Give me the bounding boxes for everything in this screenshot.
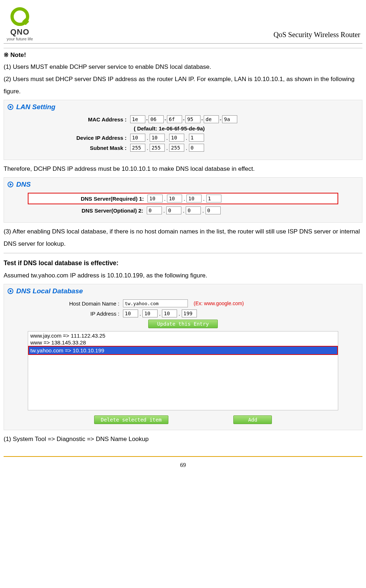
update-entry-button[interactable]: Update this Entry [148,320,218,328]
dns-req-2[interactable] [186,195,202,202]
mask-0[interactable] [130,144,145,152]
chevron-right-icon [8,182,13,187]
mac-label: MAC Address : [8,116,130,122]
paragraph-3: Therefore, DCHP DNS IP address must be 1… [4,163,362,175]
entries-listbox[interactable]: www.jay.com => 111.122.43.25 www => 138.… [28,331,338,410]
list-item-selected[interactable]: tw.yahoo.com => 10.10.10.199 [28,346,338,355]
logo: QNO your future life [4,7,36,41]
dns-panel: DNS DNS Server(Required) 1: . . . DNS Se… [4,177,362,223]
dns-opt-label: DNS Server(Optional) 2: [28,208,147,214]
mac-5[interactable] [222,115,237,123]
host-label: Host Domain Name : [8,300,123,307]
page-number: 69 [180,462,186,468]
delete-button[interactable]: Delete selected item [94,415,169,424]
paragraph-6: (1) System Tool => Diagnostic => DNS Nam… [4,433,362,445]
mac-4[interactable] [204,115,219,123]
device-ip-label: Device IP Address : [8,135,130,141]
paragraph-2: (2) Users must set DHCP server DNS IP ad… [4,73,362,98]
ip-row: IP Address : . . . [8,309,358,317]
test-heading: Test if DNS local database is effective: [4,257,362,270]
lan-title-text: LAN Setting [16,103,56,111]
dns-opt-2[interactable] [186,206,201,214]
logo-q-icon [10,7,29,26]
db-ip-0[interactable] [123,309,138,317]
device-ip-row: Device IP Address : . . . [8,134,358,142]
separator [4,48,362,48]
ip-1[interactable] [150,134,165,142]
mac-3[interactable] [185,115,200,123]
paragraph-5: Assumed tw.yahoo.com IP address is 10.10… [4,270,362,282]
db-ip-3[interactable] [182,309,197,317]
dns-req-0[interactable] [147,195,163,202]
subnet-label: Subnet Mask : [8,145,130,151]
lan-panel: LAN Setting MAC Address : - - - - - ( De… [4,100,362,160]
mask-1[interactable] [150,144,165,152]
mac-1[interactable] [149,115,164,123]
dns-db-panel: DNS Local Database Host Domain Name : (E… [4,284,362,430]
chevron-right-icon [8,104,13,110]
db-ip-2[interactable] [162,309,177,317]
host-example: (Ex: www.google.com) [188,300,244,306]
dns-req-3[interactable] [206,195,221,202]
list-item[interactable]: www.jay.com => 111.122.43.25 [29,332,337,339]
separator-2 [4,253,362,253]
page-header: QNO your future life QoS Security Wirele… [4,7,362,44]
lan-panel-title: LAN Setting [8,103,358,111]
db-ip-1[interactable] [142,309,158,317]
doc-title: QoS Security Wireless Router [274,31,362,41]
ip-0[interactable] [130,134,145,142]
mask-2[interactable] [169,144,184,152]
dns-opt-0[interactable] [147,206,162,214]
mac-row: MAC Address : - - - - - [8,115,358,123]
mask-3[interactable] [189,144,204,152]
ip-3[interactable] [189,134,204,142]
dns-optional-row: DNS Server(Optional) 2: . . . [28,206,358,214]
paragraph-1: (1) Users MUST enable DCHP server servic… [4,61,362,73]
dns-opt-1[interactable] [166,206,181,214]
dns-req-1[interactable] [167,195,182,202]
add-button[interactable]: Add [233,415,272,424]
chevron-right-icon [8,288,13,294]
dns-db-title: DNS Local Database [8,287,358,295]
list-item[interactable]: www => 138.145.33.28 [29,339,337,346]
ip-2[interactable] [169,134,184,142]
db-ip-label: IP Address : [8,311,123,317]
dns-required-row: DNS Server(Required) 1: . . . [28,193,338,204]
button-row: Delete selected item Add [8,415,358,424]
host-input[interactable] [123,299,188,307]
brand: QNO [10,27,29,37]
page-footer: 69 [4,456,362,468]
mac-default: ( Default: 1e-06-6f-95-de-9a) [134,125,358,132]
dns-panel-title: DNS [8,181,358,188]
subnet-row: Subnet Mask : . . . [8,144,358,152]
mac-2[interactable] [167,115,182,123]
dns-db-title-text: DNS Local Database [16,287,83,295]
host-row: Host Domain Name : (Ex: www.google.com) [8,299,358,307]
paragraph-4: (3) After enabling DNS local database, i… [4,226,362,250]
dns-opt-3[interactable] [206,206,221,214]
dns-req-label: DNS Server(Required) 1: [28,196,147,202]
dns-title-text: DNS [16,181,31,188]
note-heading: ※ Note! [4,51,362,59]
tagline: your future life [7,37,33,41]
mac-0[interactable] [130,115,145,123]
